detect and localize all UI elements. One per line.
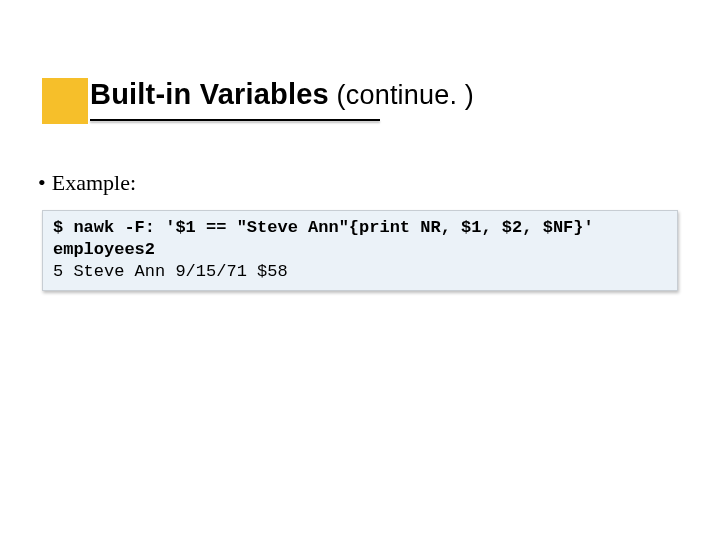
code-output: 5 Steve Ann 9/15/71 $58 <box>53 262 288 281</box>
code-command: $ nawk -F: '$1 == "Steve Ann"{print NR, … <box>53 218 604 259</box>
bullet-example: •Example: <box>38 170 136 196</box>
title-strong: Built-in Variables <box>90 78 329 110</box>
code-example-box: $ nawk -F: '$1 == "Steve Ann"{print NR, … <box>42 210 678 291</box>
bullet-dot-icon: • <box>38 170 46 196</box>
slide-title: Built-in Variables (continue. ) <box>90 78 474 111</box>
bullet-text: Example: <box>52 170 136 195</box>
title-light: (continue. ) <box>329 80 474 110</box>
title-accent-square <box>42 78 88 124</box>
title-underline <box>90 119 380 121</box>
slide: Built-in Variables (continue. ) •Example… <box>0 0 720 540</box>
